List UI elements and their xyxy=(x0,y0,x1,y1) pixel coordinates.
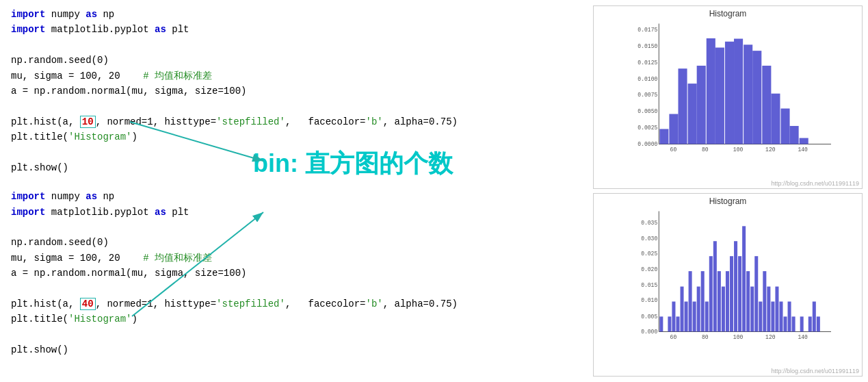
code-line: np.random.seed(0) xyxy=(11,53,577,68)
svg-rect-27 xyxy=(744,44,752,144)
code-block-2: import numpy as np import matplotlib.pyp… xyxy=(11,189,577,357)
svg-text:0.0075: 0.0075 xyxy=(637,92,657,99)
svg-text:0.030: 0.030 xyxy=(641,235,657,242)
svg-text:80: 80 xyxy=(702,147,709,153)
svg-text:120: 120 xyxy=(765,334,775,341)
chart-2-title: Histogram xyxy=(594,196,862,206)
chart-2: Histogram 0.000 0.005 0.010 0.015 0.020 … xyxy=(593,193,863,377)
chart-1-title: Histogram xyxy=(594,9,862,18)
code-line xyxy=(11,220,577,235)
svg-rect-49 xyxy=(659,316,663,331)
svg-rect-67 xyxy=(734,241,737,331)
svg-rect-26 xyxy=(734,39,743,144)
svg-text:0.035: 0.035 xyxy=(641,220,657,227)
bin-annotation: bin: 直方图的个数 xyxy=(253,147,453,181)
svg-rect-29 xyxy=(762,66,771,144)
svg-text:100: 100 xyxy=(733,334,743,341)
code-line: np.random.seed(0) xyxy=(11,235,577,250)
svg-rect-20 xyxy=(678,68,687,144)
svg-rect-64 xyxy=(722,287,725,332)
svg-text:0.0175: 0.0175 xyxy=(637,27,657,34)
svg-text:0.010: 0.010 xyxy=(641,297,657,304)
svg-rect-76 xyxy=(771,301,774,331)
svg-rect-87 xyxy=(817,316,820,331)
code-line xyxy=(11,99,577,114)
svg-rect-70 xyxy=(746,271,750,331)
svg-rect-54 xyxy=(681,287,684,332)
svg-text:60: 60 xyxy=(670,147,677,153)
svg-rect-78 xyxy=(779,301,782,331)
code-line xyxy=(11,327,577,342)
svg-text:140: 140 xyxy=(798,334,807,341)
svg-rect-59 xyxy=(701,271,705,331)
svg-rect-22 xyxy=(697,66,706,144)
right-panel: Histogram 0.0000 0.0025 0.0050 0.0075 0.… xyxy=(588,0,868,382)
svg-text:0.025: 0.025 xyxy=(641,251,657,257)
svg-text:0.0000: 0.0000 xyxy=(637,140,657,147)
code-line: import matplotlib.pyplot as plt xyxy=(11,205,577,220)
code-line xyxy=(11,38,577,53)
svg-rect-74 xyxy=(763,271,766,331)
svg-text:0.0100: 0.0100 xyxy=(637,75,657,82)
svg-rect-85 xyxy=(808,316,812,331)
svg-rect-30 xyxy=(771,94,780,144)
svg-rect-60 xyxy=(705,301,709,331)
svg-rect-71 xyxy=(750,287,754,332)
watermark-2: http://blog.csdn.net/u011991119 xyxy=(771,368,859,374)
svg-text:100: 100 xyxy=(733,147,743,153)
svg-text:140: 140 xyxy=(798,147,807,153)
code-line: plt.hist(a, 40, normed=1, histtype='step… xyxy=(11,296,577,311)
svg-rect-77 xyxy=(775,287,778,332)
svg-rect-81 xyxy=(792,316,795,331)
svg-rect-62 xyxy=(713,241,717,331)
svg-rect-25 xyxy=(725,42,734,144)
code-line: plt.show() xyxy=(11,342,577,357)
svg-rect-80 xyxy=(788,301,791,331)
code-line: import numpy as np xyxy=(11,189,577,204)
watermark-1: http://blog.csdn.net/u011991119 xyxy=(771,180,859,187)
svg-rect-75 xyxy=(767,287,770,332)
svg-text:80: 80 xyxy=(702,334,709,341)
svg-rect-65 xyxy=(726,271,729,331)
svg-rect-83 xyxy=(800,316,804,331)
svg-rect-19 xyxy=(669,114,678,144)
svg-rect-68 xyxy=(738,256,741,331)
svg-rect-28 xyxy=(752,51,761,144)
svg-rect-69 xyxy=(742,226,746,331)
svg-rect-66 xyxy=(730,256,733,331)
chart-2-svg: 0.000 0.005 0.010 0.015 0.020 0.025 0.03… xyxy=(628,207,834,355)
code-line: a = np.random.normal(mu, sigma, size=100… xyxy=(11,84,577,99)
svg-text:0.020: 0.020 xyxy=(641,266,657,273)
code-line: import numpy as np xyxy=(11,7,577,22)
svg-text:0.015: 0.015 xyxy=(641,281,657,288)
svg-rect-23 xyxy=(707,38,715,144)
svg-text:0.0050: 0.0050 xyxy=(637,108,657,115)
svg-rect-52 xyxy=(672,301,675,331)
code-line: mu, sigma = 100, 20 # 均值和标准差 xyxy=(11,68,577,84)
svg-rect-61 xyxy=(709,256,713,331)
svg-rect-79 xyxy=(784,316,787,331)
svg-rect-86 xyxy=(813,301,816,331)
svg-rect-58 xyxy=(697,287,700,332)
chart-1: Histogram 0.0000 0.0025 0.0050 0.0075 0.… xyxy=(593,5,863,189)
svg-rect-18 xyxy=(659,129,668,144)
svg-rect-24 xyxy=(715,48,724,144)
code-line: plt.title('Histogram') xyxy=(11,129,577,144)
svg-rect-55 xyxy=(685,301,688,331)
svg-rect-73 xyxy=(759,301,762,331)
code-line: plt.title('Histogram') xyxy=(11,311,577,327)
svg-rect-51 xyxy=(668,316,671,331)
svg-text:0.0025: 0.0025 xyxy=(637,125,657,131)
svg-rect-53 xyxy=(676,316,679,331)
svg-rect-21 xyxy=(688,84,697,144)
svg-text:0.0150: 0.0150 xyxy=(637,43,657,50)
svg-rect-72 xyxy=(754,256,758,331)
code-line: plt.hist(a, 10, normed=1, histtype='step… xyxy=(11,114,577,129)
svg-rect-57 xyxy=(693,301,696,331)
svg-text:0.0125: 0.0125 xyxy=(637,60,657,66)
left-panel: import numpy as np import matplotlib.pyp… xyxy=(0,0,588,382)
svg-rect-56 xyxy=(689,271,692,331)
svg-text:0.005: 0.005 xyxy=(641,314,657,320)
svg-text:0.000: 0.000 xyxy=(641,328,657,335)
code-line: mu, sigma = 100, 20 # 均值和标准差 xyxy=(11,251,577,266)
